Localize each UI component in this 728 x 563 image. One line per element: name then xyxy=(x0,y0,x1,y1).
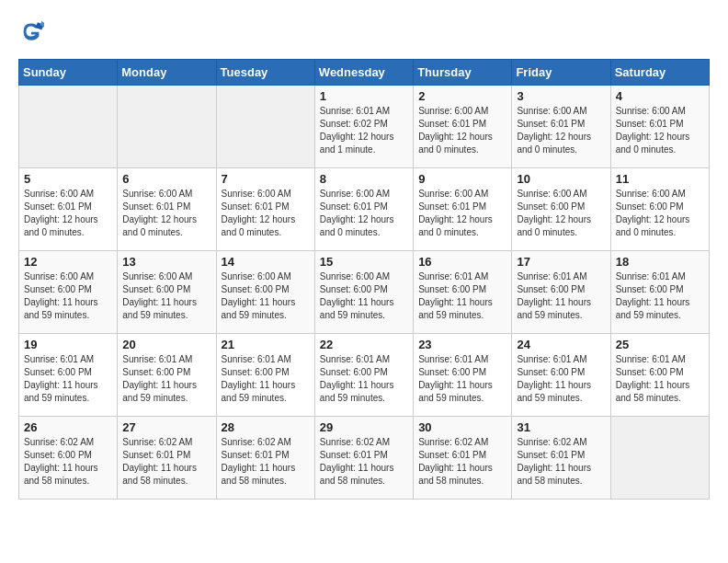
calendar-cell: 25Sunrise: 6:01 AM Sunset: 6:00 PM Dayli… xyxy=(610,334,709,417)
day-number: 4 xyxy=(616,89,705,103)
day-number: 16 xyxy=(418,255,507,269)
day-number: 12 xyxy=(24,255,113,269)
calendar-week-row: 26Sunrise: 6:02 AM Sunset: 6:00 PM Dayli… xyxy=(19,417,710,500)
day-number: 19 xyxy=(24,338,113,351)
weekday-header: Wednesday xyxy=(314,60,413,86)
day-info: Sunrise: 6:00 AM Sunset: 6:01 PM Dayligh… xyxy=(122,188,211,239)
day-info: Sunrise: 6:00 AM Sunset: 6:00 PM Dayligh… xyxy=(616,188,705,239)
day-info: Sunrise: 6:00 AM Sunset: 6:01 PM Dayligh… xyxy=(517,105,606,156)
day-number: 1 xyxy=(320,89,409,103)
day-number: 18 xyxy=(616,255,705,269)
day-info: Sunrise: 6:00 AM Sunset: 6:00 PM Dayligh… xyxy=(222,270,311,322)
day-number: 26 xyxy=(24,420,113,434)
calendar-cell: 9Sunrise: 6:00 AM Sunset: 6:01 PM Daylig… xyxy=(414,168,512,251)
day-info: Sunrise: 6:01 AM Sunset: 6:00 PM Dayligh… xyxy=(320,353,409,405)
day-number: 11 xyxy=(616,172,705,186)
calendar-cell: 27Sunrise: 6:02 AM Sunset: 6:01 PM Dayli… xyxy=(118,417,216,500)
day-number: 15 xyxy=(320,255,409,269)
day-number: 22 xyxy=(320,338,409,351)
weekday-header-row: SundayMondayTuesdayWednesdayThursdayFrid… xyxy=(19,60,710,86)
day-info: Sunrise: 6:01 AM Sunset: 6:00 PM Dayligh… xyxy=(418,270,507,322)
calendar-cell: 10Sunrise: 6:00 AM Sunset: 6:00 PM Dayli… xyxy=(512,168,610,251)
day-number: 28 xyxy=(222,420,311,434)
day-info: Sunrise: 6:00 AM Sunset: 6:00 PM Dayligh… xyxy=(122,270,211,322)
logo xyxy=(18,18,48,44)
calendar-cell xyxy=(216,86,314,168)
day-info: Sunrise: 6:02 AM Sunset: 6:01 PM Dayligh… xyxy=(122,436,211,488)
day-info: Sunrise: 6:02 AM Sunset: 6:01 PM Dayligh… xyxy=(418,436,507,488)
calendar-cell: 4Sunrise: 6:00 AM Sunset: 6:01 PM Daylig… xyxy=(610,86,709,168)
logo-icon xyxy=(18,18,44,44)
calendar-cell: 20Sunrise: 6:01 AM Sunset: 6:00 PM Dayli… xyxy=(118,334,216,417)
calendar-cell: 18Sunrise: 6:01 AM Sunset: 6:00 PM Dayli… xyxy=(610,251,709,334)
day-number: 2 xyxy=(418,89,507,103)
day-number: 29 xyxy=(320,420,409,434)
day-info: Sunrise: 6:01 AM Sunset: 6:00 PM Dayligh… xyxy=(517,270,606,322)
calendar-cell: 21Sunrise: 6:01 AM Sunset: 6:00 PM Dayli… xyxy=(216,334,314,417)
day-info: Sunrise: 6:00 AM Sunset: 6:01 PM Dayligh… xyxy=(418,105,507,156)
day-info: Sunrise: 6:01 AM Sunset: 6:00 PM Dayligh… xyxy=(122,353,211,405)
calendar-week-row: 12Sunrise: 6:00 AM Sunset: 6:00 PM Dayli… xyxy=(19,251,710,334)
calendar-cell: 22Sunrise: 6:01 AM Sunset: 6:00 PM Dayli… xyxy=(314,334,413,417)
calendar-cell: 30Sunrise: 6:02 AM Sunset: 6:01 PM Dayli… xyxy=(414,417,512,500)
day-number: 7 xyxy=(222,172,311,186)
day-number: 23 xyxy=(418,338,507,351)
calendar-cell: 11Sunrise: 6:00 AM Sunset: 6:00 PM Dayli… xyxy=(610,168,709,251)
calendar-cell: 24Sunrise: 6:01 AM Sunset: 6:00 PM Dayli… xyxy=(512,334,610,417)
calendar-cell: 17Sunrise: 6:01 AM Sunset: 6:00 PM Dayli… xyxy=(512,251,610,334)
day-info: Sunrise: 6:01 AM Sunset: 6:02 PM Dayligh… xyxy=(320,105,409,156)
calendar-week-row: 1Sunrise: 6:01 AM Sunset: 6:02 PM Daylig… xyxy=(19,86,710,168)
day-info: Sunrise: 6:02 AM Sunset: 6:00 PM Dayligh… xyxy=(24,436,113,488)
day-info: Sunrise: 6:02 AM Sunset: 6:01 PM Dayligh… xyxy=(222,436,311,488)
weekday-header: Friday xyxy=(512,60,610,86)
day-number: 24 xyxy=(517,338,606,351)
day-info: Sunrise: 6:00 AM Sunset: 6:00 PM Dayligh… xyxy=(517,188,606,239)
day-number: 17 xyxy=(517,255,606,269)
weekday-header: Tuesday xyxy=(216,60,314,86)
day-info: Sunrise: 6:01 AM Sunset: 6:00 PM Dayligh… xyxy=(616,270,705,322)
day-number: 21 xyxy=(222,338,311,351)
weekday-header: Sunday xyxy=(19,60,118,86)
weekday-header: Thursday xyxy=(414,60,512,86)
calendar-cell: 6Sunrise: 6:00 AM Sunset: 6:01 PM Daylig… xyxy=(118,168,216,251)
calendar-cell: 15Sunrise: 6:00 AM Sunset: 6:00 PM Dayli… xyxy=(314,251,413,334)
day-number: 6 xyxy=(122,172,211,186)
calendar-cell: 26Sunrise: 6:02 AM Sunset: 6:00 PM Dayli… xyxy=(19,417,118,500)
calendar-cell: 7Sunrise: 6:00 AM Sunset: 6:01 PM Daylig… xyxy=(216,168,314,251)
day-number: 30 xyxy=(418,420,507,434)
day-info: Sunrise: 6:02 AM Sunset: 6:01 PM Dayligh… xyxy=(517,436,606,488)
day-info: Sunrise: 6:01 AM Sunset: 6:00 PM Dayligh… xyxy=(418,353,507,405)
calendar-cell: 23Sunrise: 6:01 AM Sunset: 6:00 PM Dayli… xyxy=(414,334,512,417)
calendar-cell: 2Sunrise: 6:00 AM Sunset: 6:01 PM Daylig… xyxy=(414,86,512,168)
calendar-cell: 8Sunrise: 6:00 AM Sunset: 6:01 PM Daylig… xyxy=(314,168,413,251)
day-number: 9 xyxy=(418,172,507,186)
day-info: Sunrise: 6:00 AM Sunset: 6:01 PM Dayligh… xyxy=(616,105,705,156)
day-info: Sunrise: 6:00 AM Sunset: 6:00 PM Dayligh… xyxy=(24,270,113,322)
calendar-cell xyxy=(118,86,216,168)
day-info: Sunrise: 6:00 AM Sunset: 6:00 PM Dayligh… xyxy=(320,270,409,322)
calendar-cell: 16Sunrise: 6:01 AM Sunset: 6:00 PM Dayli… xyxy=(414,251,512,334)
calendar-cell: 5Sunrise: 6:00 AM Sunset: 6:01 PM Daylig… xyxy=(19,168,118,251)
day-number: 20 xyxy=(122,338,211,351)
calendar-cell: 28Sunrise: 6:02 AM Sunset: 6:01 PM Dayli… xyxy=(216,417,314,500)
day-number: 27 xyxy=(122,420,211,434)
calendar-table: SundayMondayTuesdayWednesdayThursdayFrid… xyxy=(18,59,710,500)
day-info: Sunrise: 6:01 AM Sunset: 6:00 PM Dayligh… xyxy=(24,353,113,405)
calendar-cell: 31Sunrise: 6:02 AM Sunset: 6:01 PM Dayli… xyxy=(512,417,610,500)
calendar-cell: 19Sunrise: 6:01 AM Sunset: 6:00 PM Dayli… xyxy=(19,334,118,417)
calendar-cell: 1Sunrise: 6:01 AM Sunset: 6:02 PM Daylig… xyxy=(314,86,413,168)
calendar-cell: 12Sunrise: 6:00 AM Sunset: 6:00 PM Dayli… xyxy=(19,251,118,334)
day-number: 5 xyxy=(24,172,113,186)
day-number: 10 xyxy=(517,172,606,186)
calendar-cell: 3Sunrise: 6:00 AM Sunset: 6:01 PM Daylig… xyxy=(512,86,610,168)
calendar-week-row: 19Sunrise: 6:01 AM Sunset: 6:00 PM Dayli… xyxy=(19,334,710,417)
weekday-header: Monday xyxy=(118,60,216,86)
calendar-cell xyxy=(610,417,709,500)
day-number: 8 xyxy=(320,172,409,186)
day-info: Sunrise: 6:00 AM Sunset: 6:01 PM Dayligh… xyxy=(24,188,113,239)
day-info: Sunrise: 6:00 AM Sunset: 6:01 PM Dayligh… xyxy=(222,188,311,239)
day-info: Sunrise: 6:02 AM Sunset: 6:01 PM Dayligh… xyxy=(320,436,409,488)
calendar-cell: 13Sunrise: 6:00 AM Sunset: 6:00 PM Dayli… xyxy=(118,251,216,334)
day-info: Sunrise: 6:01 AM Sunset: 6:00 PM Dayligh… xyxy=(517,353,606,405)
day-info: Sunrise: 6:01 AM Sunset: 6:00 PM Dayligh… xyxy=(616,353,705,405)
